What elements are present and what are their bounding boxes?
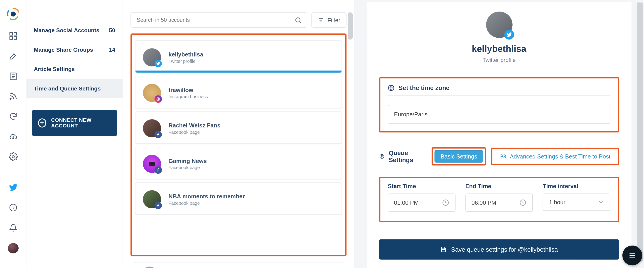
profile-header: kellybethlisa Twitter profile xyxy=(379,11,619,63)
queue-title: Queue Settings xyxy=(389,149,426,164)
detail-column: kellybethlisa Twitter profile Set the ti… xyxy=(364,0,644,268)
user-avatar-icon[interactable] xyxy=(8,243,18,253)
account-name: kellybethlisa xyxy=(168,51,203,58)
app-logo xyxy=(6,7,20,21)
chevron-down-icon xyxy=(598,199,604,205)
interval-value: 1 hour xyxy=(549,199,565,205)
account-name: trawillow xyxy=(168,87,208,93)
account-card[interactable]: Gaming News Facebook page xyxy=(135,147,342,179)
end-time-input[interactable]: 06:00 PM xyxy=(466,194,533,212)
account-avatar xyxy=(142,267,157,268)
account-sub: Instagram business xyxy=(168,94,208,99)
target-icon xyxy=(379,153,385,160)
account-avatar xyxy=(143,190,161,208)
rss-icon[interactable] xyxy=(8,92,18,101)
accounts-column: Filter kellybethlisa Twitter profile xyxy=(123,0,354,268)
plus-circle-icon: + xyxy=(38,118,46,127)
svg-point-21 xyxy=(158,99,159,100)
nav-label: Time and Queue Settings xyxy=(34,85,100,92)
nav-count: 14 xyxy=(109,47,115,53)
account-card[interactable]: NBA moments to remember Facebook page xyxy=(135,182,342,215)
start-time-input[interactable]: 01:00 PM xyxy=(388,194,456,212)
side-nav: Manage Social Accounts 50 Manage Share G… xyxy=(26,0,123,268)
interval-label: Time interval xyxy=(543,183,610,189)
nav-label: Manage Social Accounts xyxy=(34,27,100,33)
svg-rect-37 xyxy=(442,250,445,251)
account-sub: Facebook page xyxy=(168,165,207,170)
account-avatar xyxy=(143,48,161,66)
interval-select[interactable]: 1 hour xyxy=(543,194,610,211)
facebook-badge-icon xyxy=(154,202,162,209)
advanced-settings-button-wrap: Advanced Settings & Best Time to Post xyxy=(491,148,619,165)
compose-icon[interactable] xyxy=(8,51,18,61)
search-icon xyxy=(294,16,302,24)
filter-icon xyxy=(318,17,324,23)
nav-manage-groups[interactable]: Manage Share Groups 14 xyxy=(26,40,122,60)
filter-button[interactable]: Filter xyxy=(311,12,346,28)
cloud-download-icon[interactable] xyxy=(8,132,18,141)
facebook-badge-icon xyxy=(154,131,162,138)
icon-rail xyxy=(0,0,26,268)
start-time-label: Start Time xyxy=(388,183,456,189)
basic-settings-button-wrap: Basic Settings xyxy=(432,147,486,166)
twitter-icon[interactable] xyxy=(8,183,18,192)
twitter-badge-icon xyxy=(504,30,514,40)
search-input-wrap[interactable] xyxy=(130,12,307,28)
nav-count: 50 xyxy=(109,27,115,33)
account-avatar xyxy=(143,119,161,137)
pane-divider xyxy=(354,0,364,268)
svg-rect-3 xyxy=(10,37,12,39)
fab-menu-button[interactable] xyxy=(622,246,642,265)
end-time-label: End Time xyxy=(466,183,533,189)
timezone-section: Set the time zone Europe/Paris xyxy=(379,77,619,132)
timezone-select[interactable]: Europe/Paris xyxy=(388,105,610,124)
start-time-value: 01:00 PM xyxy=(394,199,419,206)
svg-point-0 xyxy=(10,11,16,16)
svg-rect-1 xyxy=(10,33,12,35)
nav-time-queue[interactable]: Time and Queue Settings xyxy=(26,79,122,98)
settings-icon[interactable] xyxy=(8,152,18,161)
save-queue-button[interactable]: Save queue settings for @kellybethlisa xyxy=(379,240,619,260)
queue-times-section: Start Time 01:00 PM End Time 06:00 PM Ti… xyxy=(379,177,619,222)
svg-point-15 xyxy=(296,17,300,22)
svg-point-24 xyxy=(153,164,154,165)
accounts-highlight-box: kellybethlisa Twitter profile trawillow … xyxy=(130,33,346,256)
save-label: Save queue settings for @kellybethlisa xyxy=(451,246,558,253)
recycle-icon[interactable] xyxy=(8,112,18,121)
connect-label: CONNECT NEW ACCOUNT xyxy=(51,117,111,129)
svg-point-29 xyxy=(382,156,382,157)
search-input[interactable] xyxy=(136,17,290,23)
queue-header: Queue Settings Basic Settings Advanced S… xyxy=(379,147,619,170)
dashboard-icon[interactable] xyxy=(8,31,18,40)
account-card[interactable]: trawillow Instagram business xyxy=(135,76,342,108)
advanced-settings-label: Advanced Settings & Best Time to Post xyxy=(510,153,610,160)
clock-list-icon xyxy=(500,153,506,160)
svg-point-11 xyxy=(12,156,14,158)
nav-label: Article Settings xyxy=(34,66,75,72)
profile-name: kellybethlisa xyxy=(379,44,619,54)
scrollbar[interactable] xyxy=(637,2,642,262)
timezone-value: Europe/Paris xyxy=(394,111,427,118)
connect-new-account-button[interactable]: + CONNECT NEW ACCOUNT xyxy=(32,110,117,136)
account-name: Gaming News xyxy=(168,158,207,164)
account-card-partial[interactable] xyxy=(134,262,343,268)
account-name: NBA moments to remember xyxy=(168,193,245,200)
nav-manage-accounts[interactable]: Manage Social Accounts 50 xyxy=(26,21,122,40)
clock-icon xyxy=(519,199,527,206)
svg-point-23 xyxy=(150,164,151,165)
globe-icon xyxy=(388,84,394,91)
profile-avatar xyxy=(486,11,512,38)
advanced-settings-button[interactable]: Advanced Settings & Best Time to Post xyxy=(494,151,616,162)
scrollbar[interactable] xyxy=(348,12,353,40)
basic-settings-button[interactable]: Basic Settings xyxy=(434,150,483,163)
account-sub: Facebook page xyxy=(168,201,245,206)
bell-icon[interactable] xyxy=(8,223,18,232)
svg-rect-2 xyxy=(14,33,16,35)
account-avatar xyxy=(143,84,161,102)
articles-icon[interactable] xyxy=(8,72,18,81)
account-card[interactable]: kellybethlisa Twitter profile xyxy=(135,40,342,72)
info-icon[interactable] xyxy=(8,203,18,212)
nav-article-settings[interactable]: Article Settings xyxy=(26,59,122,79)
account-card[interactable]: Rachel Weisz Fans Facebook page xyxy=(135,111,342,144)
menu-icon xyxy=(628,251,636,260)
